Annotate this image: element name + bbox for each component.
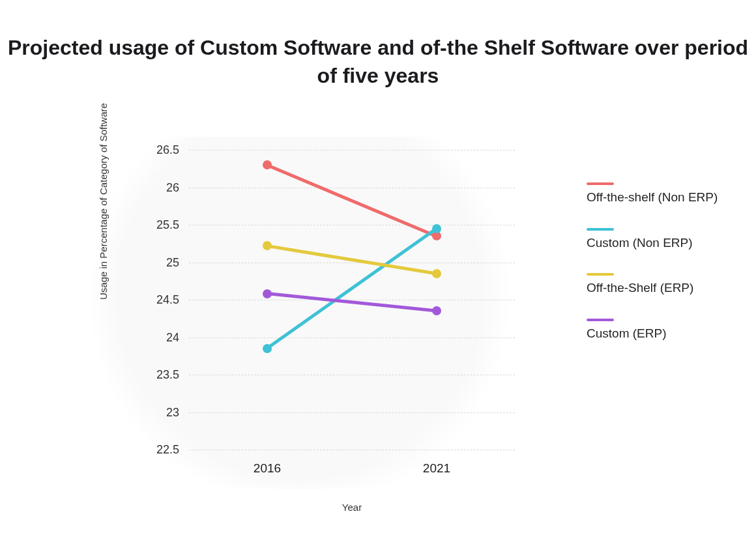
series-line <box>267 164 437 238</box>
legend-label: Off-the-shelf (Non ERP) <box>587 189 736 206</box>
series-line <box>267 244 437 275</box>
series-marker <box>263 160 272 169</box>
plot-area: Year 22.52323.52424.52525.52626.52016202… <box>189 150 515 450</box>
x-tick-label: 2021 <box>423 461 450 476</box>
x-axis-label: Year <box>189 502 515 513</box>
legend-item: Off-the-shelf (Non ERP) <box>587 182 736 206</box>
gridline <box>189 412 515 413</box>
series-marker <box>432 306 441 315</box>
legend-label: Off-the-Shelf (ERP) <box>587 280 736 296</box>
y-axis-label: Usage in Percentage of Category of Softw… <box>98 103 109 300</box>
series-line <box>267 227 438 350</box>
legend-swatch <box>587 319 614 321</box>
legend: Off-the-shelf (Non ERP)Custom (Non ERP)O… <box>587 182 736 364</box>
gridline <box>189 150 515 151</box>
series-line <box>267 292 437 312</box>
legend-label: Custom (ERP) <box>587 325 736 342</box>
gridline <box>189 225 515 225</box>
y-tick-label: 24 <box>140 330 179 344</box>
y-tick-label: 26.5 <box>140 143 179 157</box>
series-marker <box>263 241 272 250</box>
legend-swatch <box>587 228 614 231</box>
gridline <box>189 375 515 375</box>
legend-item: Custom (Non ERP) <box>587 228 736 251</box>
gridline <box>189 338 515 338</box>
y-tick-label: 24.5 <box>140 293 179 307</box>
chart-container: Projected usage of Custom Software and o… <box>0 0 756 546</box>
legend-item: Off-the-Shelf (ERP) <box>587 273 736 296</box>
series-marker <box>263 289 272 298</box>
y-tick-label: 25.5 <box>140 218 179 232</box>
y-tick-label: 23.5 <box>140 368 179 382</box>
gridline <box>189 188 515 188</box>
series-marker <box>432 224 441 233</box>
series-marker <box>432 269 441 278</box>
x-tick-label: 2016 <box>254 461 281 476</box>
legend-label: Custom (Non ERP) <box>587 235 736 251</box>
y-tick-label: 22.5 <box>140 443 179 457</box>
y-tick-label: 23 <box>140 405 179 419</box>
gridline <box>189 263 515 263</box>
y-tick-label: 26 <box>140 180 179 194</box>
gridline <box>189 450 515 450</box>
legend-item: Custom (ERP) <box>587 319 736 342</box>
series-marker <box>263 344 272 353</box>
legend-swatch <box>587 182 614 185</box>
legend-swatch <box>587 273 614 276</box>
chart-title: Projected usage of Custom Software and o… <box>0 34 756 90</box>
y-tick-label: 25 <box>140 255 179 269</box>
